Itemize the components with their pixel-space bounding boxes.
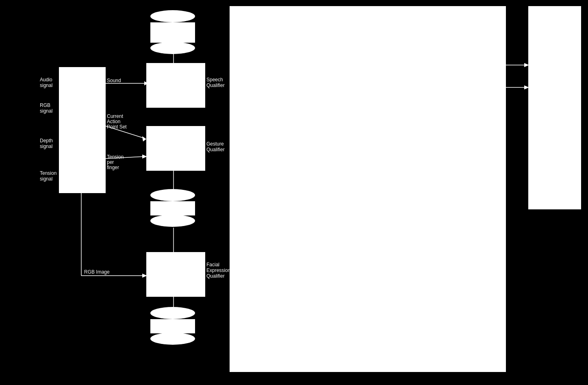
facial-out-label: Facial bbox=[206, 262, 219, 268]
tension-label2: per bbox=[107, 159, 114, 165]
gesture-out-label2: Qualifier bbox=[206, 147, 225, 152]
cap-label2: Action bbox=[107, 119, 120, 124]
db-middle bbox=[150, 189, 197, 227]
facial-out-label3: Qualifier bbox=[206, 273, 225, 279]
tension-signal-label2: signal bbox=[40, 176, 52, 182]
svg-line-2 bbox=[106, 126, 144, 138]
tension-signal-label: Tension bbox=[40, 170, 56, 176]
rgb-signal-label: RGB bbox=[40, 102, 50, 108]
tension-label: Tension bbox=[107, 154, 124, 160]
gesture-out-label: Gesture bbox=[206, 141, 224, 147]
right-panel bbox=[230, 6, 506, 372]
depth-signal-label2: signal bbox=[40, 144, 52, 149]
gesture-qualifier-box bbox=[146, 126, 205, 171]
svg-line-4 bbox=[106, 157, 144, 159]
speech-out-label: Speech bbox=[206, 77, 223, 83]
audio-signal-label2: signal bbox=[40, 83, 52, 88]
depth-signal-label: Depth bbox=[40, 138, 53, 144]
db-bottom bbox=[150, 307, 197, 345]
cap-label3: Point Set bbox=[107, 124, 127, 130]
audio-signal-label: Audio bbox=[40, 77, 52, 83]
far-right-panel bbox=[528, 6, 581, 209]
diagram-container: Audio signal RGB signal Depth signal Ten… bbox=[0, 0, 588, 385]
facial-out-label2: Expression bbox=[206, 268, 230, 273]
speech-qualifier-box bbox=[146, 63, 205, 108]
svg-marker-3 bbox=[142, 136, 146, 141]
tension-label3: finger bbox=[107, 165, 119, 170]
facial-qualifier-box bbox=[146, 252, 205, 297]
rgb-image-label: RGB Image bbox=[84, 269, 110, 275]
sound-label: Sound bbox=[107, 78, 121, 83]
speech-out-label2: Qualifier bbox=[206, 83, 225, 88]
cap-label: Current bbox=[107, 113, 124, 119]
db-top bbox=[150, 10, 197, 54]
input-box bbox=[59, 67, 106, 193]
rgb-signal-label2: signal bbox=[40, 108, 52, 114]
